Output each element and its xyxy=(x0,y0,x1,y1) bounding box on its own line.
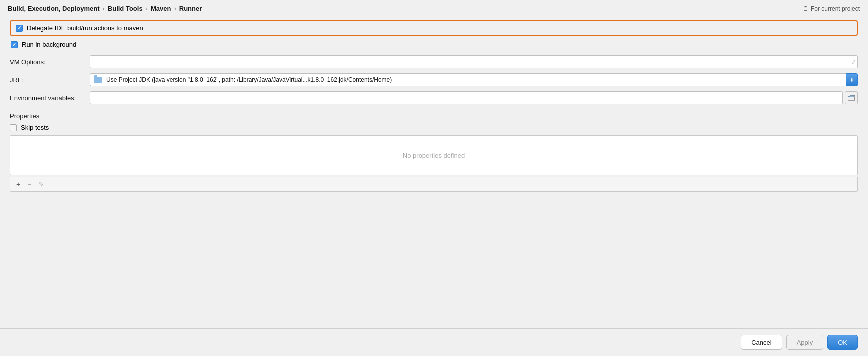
breadcrumb-sep2: › xyxy=(146,5,148,12)
background-checkbox[interactable] xyxy=(11,42,18,48)
skip-tests-row[interactable]: Skip tests xyxy=(10,124,858,132)
env-variables-input-wrapper xyxy=(90,92,858,104)
add-property-button[interactable]: + xyxy=(14,180,22,190)
ok-button[interactable]: OK xyxy=(828,335,858,350)
apply-button[interactable]: Apply xyxy=(786,335,824,350)
delegate-checkbox-label: Delegate IDE build/run actions to maven xyxy=(27,24,144,32)
project-hint-icon: 🗒 xyxy=(803,6,809,12)
vm-options-input[interactable] xyxy=(90,56,858,68)
no-properties-text: No properties defined xyxy=(403,152,465,160)
skip-tests-checkbox[interactable] xyxy=(10,124,17,132)
breadcrumb: Build, Execution, Deployment › Build Too… xyxy=(0,0,868,16)
remove-property-button[interactable]: − xyxy=(26,180,34,190)
env-variables-control xyxy=(90,92,858,104)
properties-divider xyxy=(44,116,858,116)
edit-property-button[interactable]: ✎ xyxy=(36,180,46,190)
jre-dropdown-button[interactable]: ⬍ xyxy=(846,74,858,86)
delegate-checkbox[interactable] xyxy=(16,25,23,32)
dialog-footer: Cancel Apply OK xyxy=(0,328,868,356)
background-checkbox-row[interactable]: Run in background xyxy=(11,39,858,50)
vm-options-control: ⤢ xyxy=(90,56,858,68)
breadcrumb-part4: Runner xyxy=(180,5,202,12)
jre-row: JRE: Use Project JDK (java version "1.8.… xyxy=(10,74,858,86)
background-checkbox-label: Run in background xyxy=(22,41,76,48)
breadcrumb-sep1: › xyxy=(102,5,104,12)
project-hint-text: For current project xyxy=(811,6,860,12)
skip-tests-label: Skip tests xyxy=(21,124,49,132)
properties-header: Properties xyxy=(10,112,858,120)
breadcrumb-part1: Build, Execution, Deployment xyxy=(8,5,100,12)
breadcrumb-part2: Build Tools xyxy=(108,5,143,12)
content-area: Delegate IDE build/run actions to maven … xyxy=(0,16,868,328)
jre-folder-icon xyxy=(94,77,102,83)
cancel-button[interactable]: Cancel xyxy=(741,335,782,350)
jre-select[interactable]: Use Project JDK (java version "1.8.0_162… xyxy=(90,74,846,86)
vm-options-input-wrapper: ⤢ xyxy=(90,56,858,68)
properties-label: Properties xyxy=(10,112,40,120)
breadcrumb-part3: Maven xyxy=(151,5,171,12)
jre-label: JRE: xyxy=(10,76,90,84)
project-hint: 🗒 For current project xyxy=(803,6,860,12)
jre-select-wrapper: Use Project JDK (java version "1.8.0_162… xyxy=(90,74,858,86)
env-variables-input[interactable] xyxy=(90,92,843,104)
env-browse-button[interactable] xyxy=(845,92,858,104)
settings-dialog: Build, Execution, Deployment › Build Too… xyxy=(0,0,868,356)
jre-value: Use Project JDK (java version "1.8.0_162… xyxy=(106,76,392,84)
breadcrumb-sep3: › xyxy=(174,5,176,12)
env-variables-label: Environment variables: xyxy=(10,94,90,102)
properties-table: No properties defined xyxy=(10,136,858,176)
browse-icon xyxy=(848,95,855,101)
vm-options-row: VM Options: ⤢ xyxy=(10,56,858,68)
env-variables-row: Environment variables: xyxy=(10,92,858,104)
properties-toolbar: + − ✎ xyxy=(10,178,858,192)
properties-section: Properties Skip tests No properties defi… xyxy=(10,112,858,192)
vm-options-label: VM Options: xyxy=(10,58,90,66)
delegate-checkbox-row[interactable]: Delegate IDE build/run actions to maven xyxy=(10,20,858,36)
jre-control: Use Project JDK (java version "1.8.0_162… xyxy=(90,74,858,86)
